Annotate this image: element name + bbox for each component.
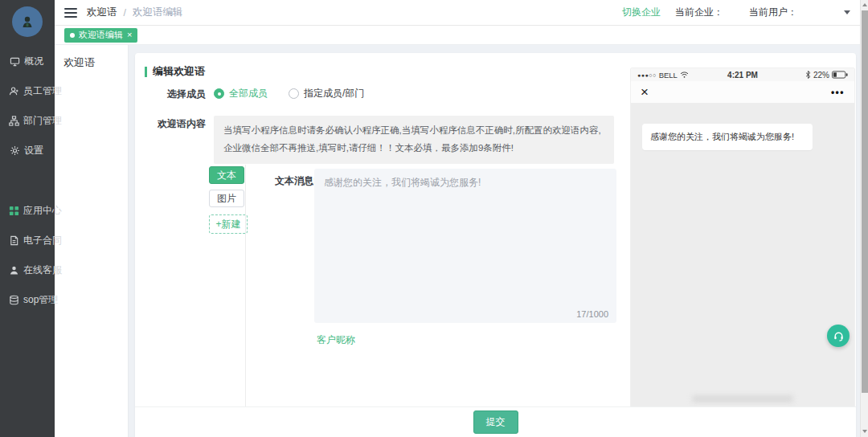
tab-close-icon[interactable]: × bbox=[127, 31, 132, 39]
service-user-icon bbox=[9, 265, 19, 276]
carrier-name: BELL bbox=[659, 71, 678, 80]
watermark-blur bbox=[693, 395, 793, 402]
sitemap-icon bbox=[9, 116, 19, 127]
sidebar-item-settings[interactable]: 设置 bbox=[0, 136, 55, 165]
database-icon bbox=[9, 295, 19, 306]
signal-dots-icon: ●●●○○ bbox=[637, 72, 657, 78]
hamburger-icon[interactable] bbox=[64, 8, 77, 18]
phone-status-bar: ●●●○○ BELL 4:21 PM 22% bbox=[631, 68, 854, 81]
sidebar-item-employee-mgmt[interactable]: 员工管理 bbox=[0, 76, 55, 106]
vertical-scrollbar[interactable] bbox=[860, 0, 868, 437]
user-icon bbox=[9, 86, 19, 97]
user-dropdown-caret[interactable] bbox=[844, 10, 850, 14]
text-message-label: 文本消息: bbox=[267, 174, 317, 188]
headset-icon bbox=[833, 330, 845, 342]
message-panel: 文本消息: 感谢您的关注，我们将竭诚为您服务! 17/1000 客户昵称 bbox=[245, 165, 615, 406]
member-radio-group: 全部成员 指定成员/部门 bbox=[214, 87, 364, 100]
grid-icon bbox=[9, 206, 19, 217]
nav-spacer bbox=[0, 165, 55, 196]
active-tab-dot bbox=[70, 33, 75, 38]
top-header: 欢迎语 / 欢迎语编辑 切换企业 当前企业： 当前用户： bbox=[55, 0, 868, 26]
new-attachment-button[interactable]: +新建 bbox=[209, 214, 248, 234]
chat-area: 感谢您的关注，我们将竭诚为您服务! bbox=[631, 103, 854, 409]
sidebar-item-online-service[interactable]: 在线客服 bbox=[0, 255, 55, 285]
form-footer: 提交 bbox=[135, 406, 856, 437]
battery-percent: 22% bbox=[813, 71, 829, 80]
switch-company-link[interactable]: 切换企业 bbox=[622, 6, 661, 19]
sidebar-item-label: 在线客服 bbox=[23, 263, 62, 277]
message-textarea[interactable]: 感谢您的关注，我们将竭诚为您服务! 17/1000 bbox=[314, 169, 616, 323]
current-user-label: 当前用户： bbox=[749, 6, 844, 19]
gear-icon bbox=[9, 145, 20, 157]
avatar bbox=[12, 6, 43, 37]
contract-icon bbox=[9, 235, 19, 247]
scrollbar-thumb[interactable] bbox=[862, 10, 868, 393]
more-icon: ••• bbox=[831, 87, 845, 98]
radio-label: 全部成员 bbox=[229, 87, 268, 100]
current-company-label: 当前企业： bbox=[675, 6, 749, 19]
radio-checked-icon bbox=[214, 88, 224, 99]
sidebar-item-label: 设置 bbox=[24, 144, 43, 157]
floating-service-button[interactable] bbox=[827, 325, 850, 347]
radio-all-members[interactable]: 全部成员 bbox=[214, 87, 268, 100]
submenu-item-welcome[interactable]: 欢迎语 bbox=[55, 45, 128, 70]
message-text: 感谢您的关注，我们将竭诚为您服务! bbox=[324, 177, 481, 188]
scroll-down-arrow-icon[interactable] bbox=[862, 430, 867, 433]
notice-text: 当填写小程序信息时请务必确认小程序正确,当填写小程序信息不正确时,所配置的欢迎语… bbox=[214, 116, 614, 164]
bluetooth-icon bbox=[805, 71, 811, 79]
wifi-icon bbox=[680, 71, 689, 79]
carrier-signal: ●●●○○ BELL bbox=[637, 71, 689, 80]
sidebar-item-label: 应用中心 bbox=[23, 204, 62, 218]
close-icon: × bbox=[641, 85, 649, 99]
sidebar-item-label: 部门管理 bbox=[23, 114, 62, 128]
char-counter: 17/1000 bbox=[576, 309, 608, 319]
sidebar-item-label: 电子合同 bbox=[23, 234, 62, 247]
main-content: 编辑欢迎语 选择成员 全部成员 指定成员/部门 欢迎语内容 当填写小程序信息时请… bbox=[129, 45, 868, 437]
tag-bar: 欢迎语编辑 × bbox=[55, 26, 868, 45]
welcome-editor-card: 编辑欢迎语 选择成员 全部成员 指定成员/部门 欢迎语内容 当填写小程序信息时请… bbox=[135, 53, 856, 437]
member-select-label: 选择成员 bbox=[135, 86, 206, 101]
insert-nickname-link[interactable]: 客户昵称 bbox=[317, 333, 355, 347]
battery-status: 22% bbox=[805, 71, 848, 80]
member-select-row: 选择成员 全部成员 指定成员/部门 bbox=[135, 86, 364, 101]
content-label: 欢迎语内容 bbox=[135, 116, 206, 131]
radio-label: 指定成员/部门 bbox=[304, 87, 364, 100]
sidebar-item-sop-mgmt[interactable]: sop管理 bbox=[0, 285, 55, 315]
secondary-sidebar: 欢迎语 bbox=[55, 45, 129, 437]
battery-icon bbox=[832, 71, 848, 79]
sidebar-item-label: 员工管理 bbox=[23, 84, 62, 98]
attachment-tabs: 文本 图片 +新建 bbox=[209, 166, 248, 234]
app-logo bbox=[0, 0, 55, 37]
sidebar-item-e-contract[interactable]: 电子合同 bbox=[0, 226, 55, 255]
submit-button[interactable]: 提交 bbox=[473, 410, 518, 434]
status-time: 4:21 PM bbox=[727, 71, 758, 80]
breadcrumb-parent[interactable]: 欢迎语 bbox=[87, 6, 117, 19]
primary-sidebar: 概况 员工管理 部门管理 设置 应用中心 bbox=[0, 0, 55, 437]
title-accent-bar bbox=[145, 67, 147, 77]
sidebar-item-overview[interactable]: 概况 bbox=[0, 47, 55, 76]
radio-unchecked-icon bbox=[289, 88, 299, 99]
phone-preview: ●●●○○ BELL 4:21 PM 22% × ••• 感谢您的关注，我们将竭… bbox=[631, 68, 854, 409]
section-title-text: 编辑欢迎语 bbox=[153, 64, 205, 79]
breadcrumb-current: 欢迎语编辑 bbox=[133, 6, 183, 19]
header-right: 切换企业 当前企业： 当前用户： bbox=[622, 6, 850, 19]
content-row: 欢迎语内容 当填写小程序信息时请务必确认小程序正确,当填写小程序信息不正确时,所… bbox=[135, 116, 614, 164]
tab-text[interactable]: 文本 bbox=[209, 166, 244, 184]
primary-nav: 概况 员工管理 部门管理 设置 应用中心 bbox=[0, 47, 55, 315]
phone-nav-bar: × ••• bbox=[631, 81, 854, 103]
sidebar-item-label: 概况 bbox=[24, 55, 43, 68]
breadcrumb-separator: / bbox=[124, 7, 126, 18]
tab-label: 欢迎语编辑 bbox=[79, 29, 123, 41]
radio-specific-members[interactable]: 指定成员/部门 bbox=[289, 87, 364, 100]
breadcrumb: 欢迎语 / 欢迎语编辑 bbox=[87, 6, 182, 19]
sidebar-item-label: sop管理 bbox=[23, 293, 58, 307]
scroll-up-arrow-icon[interactable] bbox=[862, 3, 867, 6]
monitor-icon bbox=[9, 56, 20, 67]
tab-image[interactable]: 图片 bbox=[209, 190, 244, 207]
message-bubble: 感谢您的关注，我们将竭诚为您服务! bbox=[642, 124, 813, 150]
tab-welcome-edit[interactable]: 欢迎语编辑 × bbox=[64, 28, 137, 43]
sidebar-item-app-center[interactable]: 应用中心 bbox=[0, 196, 55, 226]
sidebar-item-department-mgmt[interactable]: 部门管理 bbox=[0, 106, 55, 136]
